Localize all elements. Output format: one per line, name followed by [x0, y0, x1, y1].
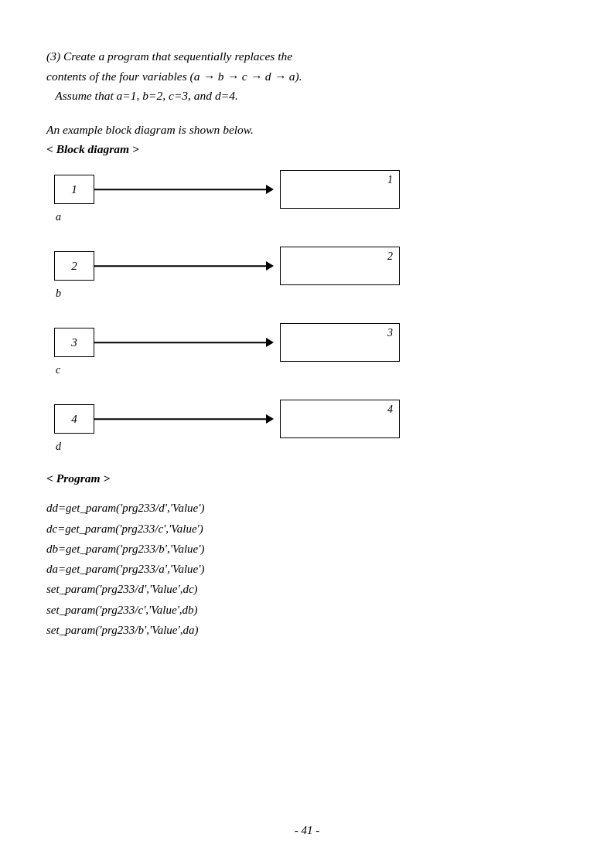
diagram-row-c: 3 3 c: [54, 323, 571, 376]
var-label-a: a: [56, 211, 571, 223]
input-box-b: 2: [54, 251, 94, 281]
diagram-row-b: 2 2 b: [54, 247, 571, 300]
example-label: An example block diagram is shown below.: [46, 120, 571, 140]
arrow-d: [94, 404, 280, 434]
var-label-d: d: [56, 441, 571, 453]
code-line-6: set_param('prg233/c','Value',db): [46, 600, 571, 620]
output-box-a: 1: [280, 170, 400, 209]
program-code: dd=get_param('prg233/d','Value') dc=get_…: [46, 498, 571, 640]
program-section-title: < Program >: [46, 471, 571, 485]
code-line-4: da=get_param('prg233/a','Value'): [46, 559, 571, 579]
diagram-row-a: 1 1 a: [54, 170, 571, 223]
intro-line3: Assume that a=1, b=2, c=3, and d=4.: [46, 89, 238, 102]
code-line-3: db=get_param('prg233/b','Value'): [46, 539, 571, 559]
block-section-title: < Block diagram >: [46, 142, 571, 156]
output-box-b: 2: [280, 247, 400, 285]
block-diagrams: 1 1 a 2 2 b 3 3 c: [54, 170, 571, 453]
arrow-b: [94, 251, 280, 281]
input-box-d: 4: [54, 404, 94, 434]
code-line-1: dd=get_param('prg233/d','Value'): [46, 498, 571, 518]
intro-line2: contents of the four variables (a → b → …: [46, 70, 302, 83]
input-box-a: 1: [54, 175, 94, 204]
diagram-row-d: 4 4 d: [54, 400, 571, 453]
arrow-c: [94, 328, 280, 357]
intro-text: (3) Create a program that sequentially r…: [46, 46, 571, 106]
var-label-b: b: [56, 288, 571, 300]
var-label-c: c: [56, 364, 571, 376]
input-box-c: 3: [54, 328, 94, 357]
page: (3) Create a program that sequentially r…: [0, 0, 614, 868]
program-section: < Program > dd=get_param('prg233/d','Val…: [46, 471, 571, 640]
intro-line1: (3) Create a program that sequentially r…: [46, 49, 292, 63]
code-line-7: set_param('prg233/b','Value',da): [46, 620, 571, 640]
output-box-d: 4: [280, 400, 400, 438]
arrow-a: [94, 175, 280, 204]
page-number: - 41 -: [295, 824, 320, 837]
code-line-5: set_param('prg233/d','Value',dc): [46, 579, 571, 599]
code-line-2: dc=get_param('prg233/c','Value'): [46, 519, 571, 539]
output-box-c: 3: [280, 323, 400, 362]
